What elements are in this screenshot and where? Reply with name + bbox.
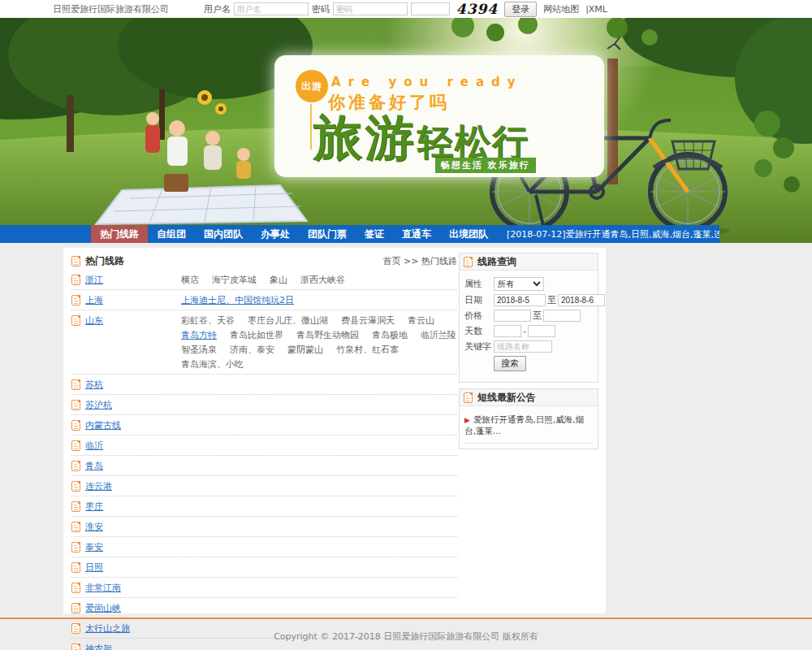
notice-header: 短线最新公告 <box>460 389 598 406</box>
region-sublinks: 彩虹谷、天谷枣庄台儿庄、微山湖费县云瀑洞天青云山青岛方特青岛比如世界青岛野生动物… <box>181 314 457 370</box>
date-to-input[interactable] <box>558 294 605 306</box>
sub-link[interactable]: 枣庄台儿庄、微山湖 <box>248 314 328 327</box>
route-row: 内蒙古线 <box>71 415 457 436</box>
price-to-label: 至 <box>533 310 542 322</box>
route-link[interactable]: 青岛 <box>85 460 103 472</box>
route-row: 非常江南 <box>71 578 457 598</box>
sub-link[interactable]: 竹泉村、红石寨 <box>336 344 399 356</box>
footer-divider <box>0 618 812 619</box>
route-link[interactable]: 非常江南 <box>85 582 121 594</box>
document-icon <box>71 522 80 532</box>
password-label: 密码 <box>312 3 330 15</box>
region-link[interactable]: 上海 <box>85 294 181 306</box>
document-icon <box>71 501 80 512</box>
route-link[interactable]: 日照 <box>85 561 103 574</box>
document-icon <box>464 392 473 403</box>
attribute-select[interactable]: 所有 <box>494 277 544 291</box>
nav-item[interactable]: 直通车 <box>393 225 440 243</box>
nav-item[interactable]: 团队门票 <box>299 225 356 243</box>
days-label: 天数 <box>464 325 494 337</box>
username-input[interactable] <box>234 2 309 15</box>
route-link[interactable]: 淮安 <box>85 521 103 533</box>
sub-link[interactable]: 彩虹谷、天谷 <box>181 314 235 327</box>
sub-link[interactable]: 横店 <box>181 274 199 286</box>
sub-link[interactable]: 青岛比如世界 <box>230 329 283 341</box>
section-header: 热门线路 首页 >> 热门线路 <box>71 253 457 270</box>
sub-link[interactable]: 临沂兰陵 <box>421 329 456 341</box>
captcha-input[interactable] <box>411 2 450 15</box>
region-link[interactable]: 山东 <box>85 314 181 327</box>
route-link[interactable]: 内蒙古线 <box>85 419 121 431</box>
nav-items: 热门线路自组团国内团队办事处团队门票签证直通车出境团队 <box>91 225 497 243</box>
route-link[interactable]: 神农架 <box>85 643 112 650</box>
notice-item[interactable]: ▶爱旅行开通青岛,日照,威海,烟台,蓬莱... <box>464 414 593 444</box>
document-icon <box>71 295 80 306</box>
price-min-input[interactable] <box>494 310 531 322</box>
route-row: 淮安 <box>71 517 457 537</box>
sub-link[interactable]: 象山 <box>270 274 287 286</box>
route-row: 临沂 <box>71 436 457 456</box>
price-label: 价格 <box>464 310 494 322</box>
region-row: 上海上海迪士尼、中国馆纯玩2日 <box>71 290 457 310</box>
section-title: 热门线路 <box>85 254 124 268</box>
sub-link[interactable]: 青岛方特 <box>181 329 217 341</box>
sitemap-link[interactable]: 网站地图 <box>543 3 579 15</box>
keyword-label: 关键字 <box>464 340 494 353</box>
document-icon <box>71 461 80 471</box>
route-search-title: 线路查询 <box>477 255 516 269</box>
document-icon <box>71 603 80 613</box>
sub-link[interactable]: 青岛海滨、小吃 <box>181 358 244 370</box>
hero-banner: 出游 Are you ready 你准备好了吗 旅游轻松行 畅想生活 欢乐旅行 … <box>0 18 812 243</box>
route-link[interactable]: 爱崮山峡 <box>85 602 121 614</box>
nav-item[interactable]: 办事处 <box>252 225 299 243</box>
login-button[interactable]: 登录 <box>504 2 537 17</box>
xml-link[interactable]: |XML <box>585 4 607 15</box>
nav-item[interactable]: 签证 <box>356 225 393 243</box>
nav-item[interactable]: 热门线路 <box>91 225 148 243</box>
page: 日照爱旅行国际旅游有限公司 用户名 密码 4394 登录 网站地图 |XML <box>0 0 812 650</box>
route-link[interactable]: 枣庄 <box>85 500 103 513</box>
keyword-input[interactable] <box>494 340 552 353</box>
nav-item[interactable]: 出境团队 <box>440 225 497 243</box>
username-label: 用户名 <box>204 3 231 15</box>
sub-link[interactable]: 青岛极地 <box>372 329 408 341</box>
sub-link[interactable]: 上海迪士尼、中国馆纯玩2日 <box>181 294 294 306</box>
nav-news-ticker[interactable]: [2018-07-12]爱旅行开通青岛,日照,威海,烟台,蓬莱,连云港金品五日.… <box>507 228 719 240</box>
route-link[interactable]: 苏杭 <box>85 379 103 391</box>
notice-box: 短线最新公告 ▶爱旅行开通青岛,日照,威海,烟台,蓬莱... <box>459 388 598 449</box>
route-link[interactable]: 泰安 <box>85 541 103 553</box>
topbar: 日照爱旅行国际旅游有限公司 用户名 密码 4394 登录 网站地图 |XML <box>0 0 812 18</box>
login-group: 用户名 密码 4394 登录 网站地图 |XML <box>204 1 607 17</box>
price-max-input[interactable] <box>543 310 581 322</box>
document-icon <box>71 379 80 390</box>
sub-link[interactable]: 浙西大峡谷 <box>300 274 345 286</box>
banner-badge-stem <box>310 104 312 150</box>
notice-list: ▶爱旅行开通青岛,日照,威海,烟台,蓬莱... <box>460 406 598 448</box>
sub-link[interactable]: 蒙阴蒙山 <box>287 344 323 356</box>
date-from-input[interactable] <box>494 294 546 306</box>
document-icon <box>71 315 80 326</box>
route-link[interactable]: 苏沪杭 <box>85 399 112 411</box>
sub-link[interactable]: 青云山 <box>408 314 434 327</box>
route-link[interactable]: 连云港 <box>85 480 112 492</box>
sub-link[interactable]: 智圣汤泉 <box>181 344 217 356</box>
date-label: 日期 <box>464 294 494 306</box>
banner-subtitle-en: Are you ready <box>331 75 523 89</box>
sub-link[interactable]: 青岛野生动物园 <box>296 329 359 341</box>
sub-link[interactable]: 济南、泰安 <box>230 344 274 356</box>
region-row: 浙江横店海宁皮革城象山浙西大峡谷 <box>71 270 457 290</box>
days-max-input[interactable] <box>528 325 555 337</box>
document-icon <box>71 481 80 492</box>
route-link[interactable]: 临沂 <box>85 440 103 452</box>
nav-item[interactable]: 国内团队 <box>195 225 252 243</box>
banner-tagline: 畅想生活 欢乐旅行 <box>435 158 536 173</box>
search-button[interactable]: 搜索 <box>494 356 526 371</box>
sub-link[interactable]: 费县云瀑洞天 <box>341 314 395 327</box>
nav-item[interactable]: 自组团 <box>148 225 195 243</box>
password-input[interactable] <box>333 2 408 15</box>
breadcrumb[interactable]: 首页 >> 热门线路 <box>383 255 457 267</box>
sub-link[interactable]: 海宁皮革城 <box>212 274 257 286</box>
route-row: 苏沪杭 <box>71 395 457 415</box>
days-min-input[interactable] <box>494 325 521 337</box>
region-link[interactable]: 浙江 <box>85 274 181 286</box>
